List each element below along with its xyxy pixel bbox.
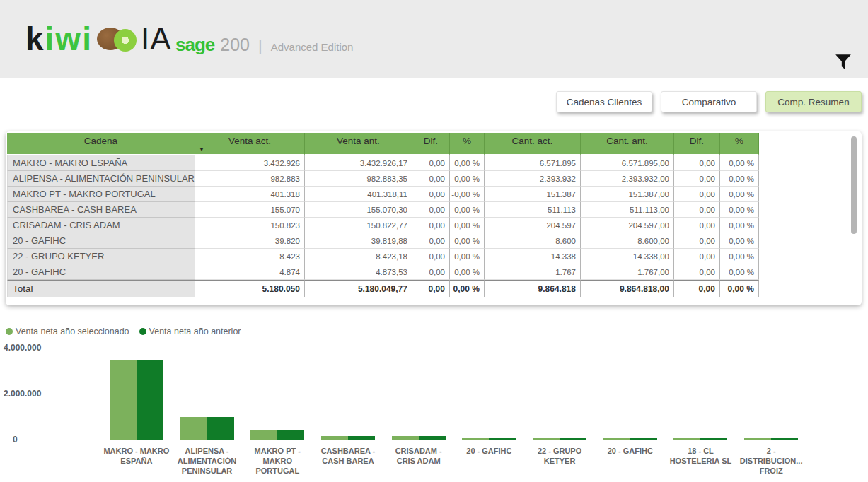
legend-item-selected-year[interactable]: Venta neta año seleccionado <box>6 327 129 336</box>
value-cell: 1.767,00 <box>581 264 674 280</box>
value-cell: 155.070,30 <box>305 202 412 218</box>
x-axis-labels: MAKRO - MAKRO ESPAÑAALIPENSA - ALIMENTAC… <box>101 446 806 476</box>
table-row[interactable]: CASHBAREA - CASH BAREA155.070155.070,300… <box>7 202 759 218</box>
total-row: Total5.180.0505.180.049,770,000,00 %9.86… <box>7 280 759 297</box>
column-header-dif-[interactable]: Dif. <box>412 133 450 155</box>
bar-selected-year[interactable] <box>603 438 630 440</box>
bar-previous-year[interactable] <box>207 417 234 440</box>
value-cell: 150.823 <box>195 218 305 233</box>
bar-previous-year[interactable] <box>560 438 586 440</box>
chain-name-cell: 22 - GRUPO KETYER <box>7 249 195 264</box>
value-cell: 982.883 <box>195 171 305 187</box>
value-cell: 0,00 <box>674 264 720 280</box>
legend-dot-light-green-icon <box>6 328 13 335</box>
bar-group <box>383 348 454 440</box>
chain-name-cell: MAKRO - MAKRO ESPAÑA <box>7 155 195 171</box>
table-row[interactable]: 20 - GAFIHC39.82039.819,880,000,00 %8.60… <box>7 233 759 249</box>
table-row[interactable]: ALIPENSA - ALIMENTACIÓN PENINSULAR982.88… <box>7 171 759 187</box>
total-value-cell: 0,00 <box>674 280 720 297</box>
value-cell: 0,00 <box>412 249 450 264</box>
x-axis-category-label: ALIPENSA - ALIMENTACIÓN PENINSULAR <box>172 446 243 476</box>
x-axis-baseline <box>50 440 867 440</box>
bar-selected-year[interactable] <box>744 438 771 440</box>
chain-name-cell: CRISADAM - CRIS ADAM <box>7 218 195 233</box>
chart-legend: Venta neta año seleccionado Venta neta a… <box>6 327 241 336</box>
bar-selected-year[interactable] <box>321 436 348 440</box>
y-axis-tick-2m: 2.000.000 <box>0 389 44 399</box>
value-cell: -0,00 % <box>450 187 485 202</box>
bar-group <box>595 348 666 440</box>
logo-text-k: k <box>25 20 45 58</box>
bar-selected-year[interactable] <box>392 436 419 440</box>
value-cell: 0,00 <box>674 218 720 233</box>
value-cell: 1.767 <box>485 264 581 280</box>
value-cell: 0,00 <box>674 233 720 249</box>
table-row[interactable]: CRISADAM - CRIS ADAM150.823150.822,770,0… <box>7 218 759 233</box>
logo-text-iwi: iwi <box>45 20 93 58</box>
column-header-venta-act-[interactable]: Venta act.▼ <box>195 133 305 155</box>
column-header-venta-ant-[interactable]: Venta ant. <box>305 133 412 155</box>
value-cell: 0,00 <box>674 155 720 171</box>
legend-dot-dark-green-icon <box>139 328 146 335</box>
bar-previous-year[interactable] <box>630 438 657 440</box>
total-label-cell: Total <box>7 280 195 297</box>
value-cell: 204.597,00 <box>581 218 674 233</box>
bar-group <box>313 348 383 440</box>
column-header--[interactable]: % <box>450 133 485 155</box>
chain-name-cell: ALIPENSA - ALIMENTACIÓN PENINSULAR <box>7 171 195 187</box>
value-cell: 3.432.926,17 <box>305 155 412 171</box>
value-cell: 8.423 <box>195 249 305 264</box>
column-header-cant-ant-[interactable]: Cant. ant. <box>581 133 674 155</box>
value-cell: 151.387 <box>485 187 581 202</box>
value-cell: 8.423,18 <box>305 249 412 264</box>
summary-table-card: CadenaVenta act.▼Venta ant.Dif.%Cant. ac… <box>6 131 862 305</box>
bar-previous-year[interactable] <box>137 360 163 440</box>
value-cell: 8.600,00 <box>581 233 674 249</box>
legend-item-previous-year[interactable]: Venta neta año anterior <box>139 327 241 336</box>
total-value-cell: 5.180.050 <box>195 280 305 297</box>
table-row[interactable]: MAKRO PT - MAKRO PORTUGAL401.318401.318,… <box>7 187 759 202</box>
bar-previous-year[interactable] <box>348 436 375 440</box>
value-cell: 0,00 <box>412 202 450 218</box>
table-row[interactable]: 20 - GAFIHC4.8744.873,530,000,00 %1.7671… <box>7 264 759 280</box>
table-scrollbar-thumb[interactable] <box>851 136 857 234</box>
x-axis-category-label: 20 - GAFIHC <box>454 446 525 476</box>
bar-selected-year[interactable] <box>533 438 560 440</box>
bar-previous-year[interactable] <box>277 430 304 440</box>
bar-selected-year[interactable] <box>673 438 700 440</box>
bar-selected-year[interactable] <box>462 438 489 440</box>
value-cell: 511.113,00 <box>581 202 674 218</box>
column-header-dif-[interactable]: Dif. <box>674 133 720 155</box>
sage-brand: sage 200 | Advanced Edition <box>175 34 353 56</box>
sage-product-number: 200 <box>220 35 250 55</box>
y-axis-tick-4m: 4.000.000 <box>0 343 44 353</box>
tab-comparativo[interactable]: Comparativo <box>661 91 757 112</box>
value-cell: 0,00 % <box>720 218 759 233</box>
tab-comp-resumen[interactable]: Comp. Resumen <box>765 91 862 112</box>
bar-selected-year[interactable] <box>180 417 207 440</box>
value-cell: 4.874 <box>195 264 305 280</box>
tab-cadenas-clientes[interactable]: Cadenas Clientes <box>556 91 652 112</box>
value-cell: 14.338,00 <box>581 249 674 264</box>
bar-previous-year[interactable] <box>489 438 516 440</box>
bar-selected-year[interactable] <box>250 430 277 440</box>
bar-previous-year[interactable] <box>419 436 446 440</box>
bar-previous-year[interactable] <box>700 438 727 440</box>
column-header--[interactable]: % <box>720 133 759 155</box>
table-row[interactable]: MAKRO - MAKRO ESPAÑA3.432.9263.432.926,1… <box>7 155 759 171</box>
logo-text-ia: IA <box>141 21 172 57</box>
value-cell: 0,00 % <box>450 264 485 280</box>
column-header-cadena[interactable]: Cadena <box>7 133 195 155</box>
table-row[interactable]: 22 - GRUPO KETYER8.4238.423,180,000,00 %… <box>7 249 759 264</box>
x-axis-category-label: 20 - GAFIHC <box>595 446 666 476</box>
value-cell: 401.318 <box>195 187 305 202</box>
filter-icon[interactable] <box>834 52 852 71</box>
bar-selected-year[interactable] <box>110 360 137 440</box>
bar-previous-year[interactable] <box>771 438 798 440</box>
kiwi-ia-logo: k iwi IA <box>25 18 172 59</box>
column-header-cant-act-[interactable]: Cant. act. <box>485 133 581 155</box>
sort-descending-icon[interactable]: ▼ <box>199 147 204 153</box>
value-cell: 401.318,11 <box>305 187 412 202</box>
value-cell: 2.393.932,00 <box>581 171 674 187</box>
value-cell: 0,00 <box>412 218 450 233</box>
